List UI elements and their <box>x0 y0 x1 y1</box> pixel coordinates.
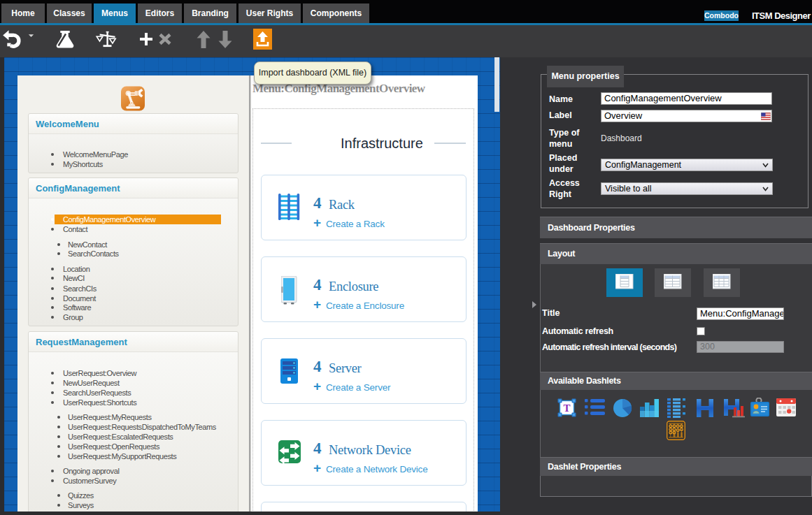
svg-text:T: T <box>563 402 570 414</box>
